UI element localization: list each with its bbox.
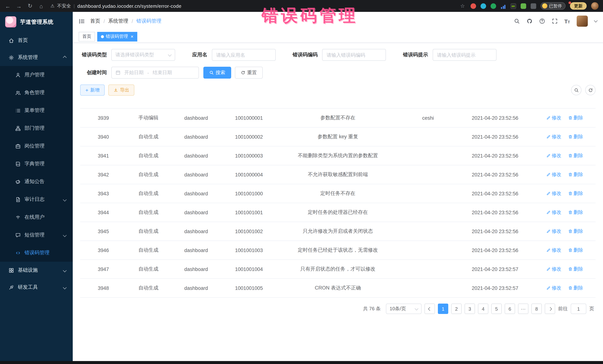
tab-close-icon[interactable]: ×: [131, 34, 133, 39]
extension-icon[interactable]: [470, 3, 476, 9]
date-range-picker[interactable]: 开始日期 - 结束日期: [111, 67, 199, 78]
page-button[interactable]: ···: [518, 304, 528, 314]
cell-code: 1001000002: [222, 127, 276, 146]
sidebar-item[interactable]: 部门管理: [0, 119, 73, 137]
next-page-button[interactable]: [545, 304, 555, 314]
chevron-icon: [63, 55, 67, 59]
delete-link[interactable]: 删除: [568, 266, 583, 272]
delete-link[interactable]: 删除: [568, 247, 583, 254]
edit-link[interactable]: 修改: [546, 266, 561, 272]
home-button[interactable]: ⌂: [38, 3, 45, 9]
tab[interactable]: 错误码管理 ×: [97, 32, 137, 41]
edit-link[interactable]: 修改: [546, 228, 561, 235]
page-button[interactable]: 2: [451, 304, 462, 314]
page-button[interactable]: 1: [438, 304, 448, 314]
cell-time: 2021-04-20 23:52:56: [456, 146, 534, 165]
help-icon[interactable]: [539, 18, 545, 24]
extension-icon[interactable]: [480, 3, 486, 9]
edit-link[interactable]: 修改: [546, 247, 561, 254]
error-hint-input[interactable]: [432, 49, 496, 61]
breadcrumb-item[interactable]: 系统管理: [108, 18, 128, 24]
edit-link[interactable]: 修改: [546, 209, 561, 216]
sidebar-item[interactable]: 首页: [0, 32, 73, 49]
goto-page-input[interactable]: [571, 304, 586, 314]
page-size-select[interactable]: 10条/页: [386, 304, 422, 314]
font-size-icon[interactable]: TT: [564, 18, 570, 24]
delete-link[interactable]: 删除: [568, 152, 583, 159]
update-button[interactable]: 更新: [570, 2, 587, 10]
toolbar-refresh-button[interactable]: [585, 85, 596, 95]
fullscreen-icon[interactable]: [552, 18, 557, 24]
delete-link[interactable]: 删除: [568, 228, 583, 235]
hamburger-button[interactable]: [79, 18, 85, 24]
search-icon[interactable]: [514, 18, 520, 24]
paused-badge[interactable]: 已暂停: [541, 2, 566, 10]
sidebar-item[interactable]: 岗位管理: [0, 137, 73, 155]
chevron-icon: [63, 268, 67, 272]
search-button[interactable]: 搜索: [203, 67, 231, 78]
breadcrumb-item[interactable]: 首页: [90, 18, 100, 24]
cell-type: 自动生成: [127, 241, 170, 260]
edit-link[interactable]: 修改: [546, 171, 561, 178]
reload-button[interactable]: ↻: [27, 3, 33, 9]
sidebar-item[interactable]: 角色管理: [0, 84, 73, 101]
app-name-input[interactable]: [212, 49, 276, 61]
delete-link[interactable]: 删除: [568, 209, 583, 216]
page-button[interactable]: 5: [491, 304, 502, 314]
back-button[interactable]: ←: [4, 3, 11, 9]
sidebar-item[interactable]: 用户管理: [0, 66, 73, 84]
delete-link[interactable]: 删除: [568, 285, 583, 291]
export-button[interactable]: 导出: [108, 85, 134, 96]
page-button[interactable]: 3: [464, 304, 475, 314]
edit-link[interactable]: 修改: [546, 133, 561, 140]
sidebar-item[interactable]: 字典管理: [0, 155, 73, 173]
page-button[interactable]: 4: [478, 304, 488, 314]
filter-label: 应用名: [192, 52, 207, 58]
sidebar-item[interactable]: 在线用户: [0, 208, 73, 226]
sidebar-item[interactable]: 通知公告: [0, 173, 73, 190]
extension-icon[interactable]: [531, 3, 536, 9]
bookmark-star-icon[interactable]: ☆: [459, 3, 466, 9]
edit-link[interactable]: 修改: [546, 152, 561, 159]
extension-icon[interactable]: on: [510, 3, 516, 9]
cell-code: 1001001000: [222, 184, 276, 203]
table-header-row: [80, 99, 596, 109]
tab[interactable]: 首页 ×: [79, 32, 95, 41]
browser-profile-avatar[interactable]: [591, 2, 599, 10]
extension-icon[interactable]: [500, 3, 506, 9]
delete-link[interactable]: 删除: [568, 115, 583, 121]
sidebar-item[interactable]: 审计日志: [0, 190, 73, 208]
address-bar[interactable]: ⚠ 不安全 | dashboard.yudao.iocoder.cn/syste…: [50, 3, 181, 9]
github-icon[interactable]: [526, 18, 532, 24]
sidebar-item[interactable]: 错误码管理: [0, 244, 73, 262]
user-avatar[interactable]: [577, 16, 588, 27]
cell-msg: CRON 表达式不正确: [276, 278, 400, 298]
reset-button[interactable]: 重置: [235, 67, 263, 78]
pagination: 共 76 条 10条/页 123456···8 前往 页: [80, 304, 596, 314]
toolbar-search-button[interactable]: [571, 85, 581, 95]
page-button[interactable]: 6: [505, 304, 515, 314]
bottom-strip: [0, 361, 603, 364]
edit-link[interactable]: 修改: [546, 190, 561, 197]
extension-icon[interactable]: [490, 3, 496, 9]
sidebar-item[interactable]: 研发工具: [0, 279, 73, 296]
sidebar-item[interactable]: 菜单管理: [0, 101, 73, 119]
add-button[interactable]: + 新增: [80, 85, 105, 96]
edit-link[interactable]: 修改: [546, 115, 561, 121]
delete-link[interactable]: 删除: [568, 190, 583, 197]
sidebar-item-label: 短信管理: [24, 232, 45, 238]
edit-link[interactable]: 修改: [546, 285, 561, 291]
sidebar-item[interactable]: 短信管理: [0, 226, 73, 244]
sidebar-item[interactable]: 系统管理: [0, 49, 73, 66]
extension-icon[interactable]: [521, 3, 526, 9]
sidebar-item-label: 通知公告: [24, 178, 45, 185]
delete-link[interactable]: 删除: [568, 133, 583, 140]
chevron-down-icon[interactable]: [594, 19, 598, 22]
sidebar-item[interactable]: 基础设施: [0, 262, 73, 279]
error-type-select[interactable]: 请选择错误码类型: [111, 49, 175, 61]
forward-button[interactable]: →: [16, 3, 22, 9]
page-button[interactable]: 8: [531, 304, 542, 314]
prev-page-button[interactable]: [425, 304, 435, 314]
error-code-input[interactable]: [322, 49, 386, 61]
delete-link[interactable]: 删除: [568, 171, 583, 178]
